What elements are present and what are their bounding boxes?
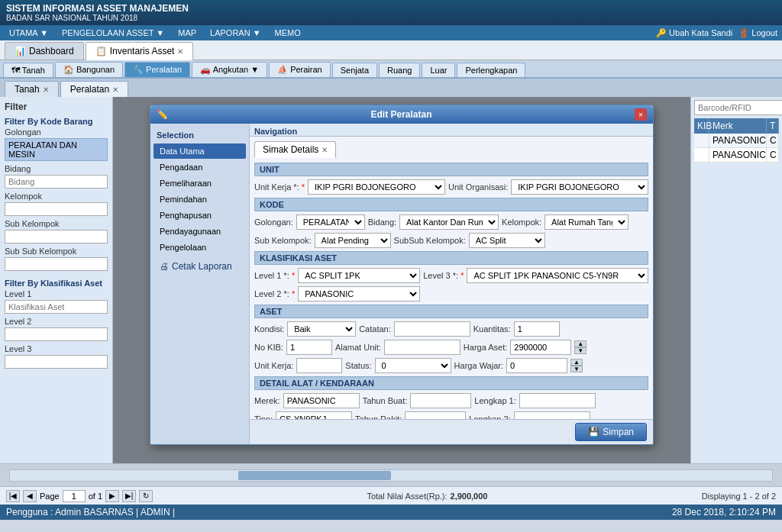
catatan-input[interactable]	[394, 321, 470, 337]
harga-aset-down[interactable]: ▼	[574, 347, 586, 354]
bottom-scrollbar	[0, 463, 782, 486]
filter-klasifikasi-title: Filter By Klasifikasi Aset	[5, 279, 108, 288]
save-button[interactable]: 💾 Simpan	[575, 423, 647, 441]
bidang-input[interactable]	[5, 175, 108, 189]
section-kode: KODE	[254, 198, 648, 211]
sub-kelompok-input[interactable]	[5, 230, 108, 243]
aset-row3: Unit Kerja: Status: 0 Harga Wajar: ▲	[254, 358, 648, 373]
sub-sub-kelompok-input[interactable]	[5, 257, 108, 271]
harga-wajar-spinner[interactable]: ▲ ▼	[570, 359, 583, 372]
level3-select[interactable]: AC SPLIT 1PK PANASONIC C5-YN9R	[467, 268, 648, 283]
tahun-rakit-label: Tahun Rakit:	[355, 414, 402, 419]
status-select[interactable]: 0	[375, 358, 451, 373]
inner-tab-simak[interactable]: Simak Details ✕	[254, 141, 336, 158]
alamat-unit-input[interactable]	[384, 340, 460, 355]
search-input[interactable]	[694, 100, 782, 115]
tahun-rakit-input[interactable]	[405, 411, 466, 419]
tab-inventaris[interactable]: 📋 Inventaris Asset ✕	[86, 42, 194, 60]
bidang-label: Bidang	[5, 164, 108, 173]
page-tab-tanah[interactable]: Tanah ✕	[5, 81, 59, 97]
menu-memo[interactable]: MEMO	[270, 27, 305, 39]
asset-tab-senjata[interactable]: Senjata	[332, 63, 377, 77]
tipe-input[interactable]	[276, 411, 352, 419]
lengkap1-input[interactable]	[519, 393, 596, 408]
tahun-buat-input[interactable]	[410, 393, 471, 408]
tab-dashboard[interactable]: 📊 Dashboard	[5, 42, 84, 60]
refresh-btn[interactable]: ↻	[139, 490, 153, 502]
nav-item-penghapusan[interactable]: Penghapusan	[153, 208, 246, 223]
harga-aset-input[interactable]	[510, 340, 571, 355]
next-page-btn[interactable]: ▶	[105, 490, 119, 502]
catatan-label: Catatan:	[359, 324, 391, 334]
modal-close-btn[interactable]: ×	[635, 108, 647, 121]
close-inner-tab[interactable]: ✕	[322, 146, 328, 154]
asset-tab-perairan[interactable]: ⛵ Perairan	[269, 62, 331, 77]
page-tab-peralatan[interactable]: Peralatan ✕	[60, 81, 128, 97]
nav-item-pendayagunaan[interactable]: Pendayagunaan	[153, 224, 246, 239]
total-value-bar: Total Nilai Asset(Rp.): 2,900,000	[367, 492, 487, 501]
first-page-btn[interactable]: |◀	[6, 490, 20, 502]
logout-btn[interactable]: 🚪 Logout	[738, 28, 777, 38]
kondisi-select[interactable]: Baik	[287, 321, 356, 337]
level1-select[interactable]: AC SPLIT 1PK	[298, 268, 420, 283]
asset-tab-peralatan[interactable]: 🔧 Peralatan	[124, 62, 190, 77]
nav-item-pengadaan[interactable]: Pengadaan	[153, 160, 246, 175]
asset-tab-tanah[interactable]: 🗺 Tanah	[3, 63, 53, 77]
nav-item-data-utama[interactable]: Data Utama	[153, 143, 246, 159]
level2-input[interactable]	[5, 327, 108, 341]
close-peralatan-tab[interactable]: ✕	[112, 85, 118, 94]
kuantitas-label: Kuantitas:	[473, 324, 511, 334]
sub-sub-form-label: SubSub Kelompok:	[394, 236, 466, 245]
level2-select[interactable]: PANASONIC	[298, 286, 420, 301]
asset-tab-bangunan[interactable]: 🏠 Bangunan	[55, 62, 123, 77]
print-icon: 🖨	[160, 261, 169, 272]
asset-tab-luar[interactable]: Luar	[422, 63, 455, 77]
content-area: ✏️ Edit Peralatan × Selection Data Utama…	[113, 97, 690, 463]
harga-wajar-input[interactable]	[506, 358, 567, 373]
level3-input[interactable]	[5, 355, 108, 369]
level1-input[interactable]	[5, 300, 108, 314]
unit-kerja2-input[interactable]	[296, 358, 342, 373]
table-row[interactable]: PANASONIC C	[694, 134, 779, 148]
prev-page-btn[interactable]: ◀	[23, 490, 37, 502]
asset-tab-perlengkapan[interactable]: Perlengkapan	[457, 63, 525, 77]
bidang-select[interactable]: Alat Kantor Dan Rumah	[399, 214, 499, 230]
lengkap2-input[interactable]	[514, 411, 590, 419]
harga-aset-up[interactable]: ▲	[574, 340, 586, 347]
modal-header: ✏️ Edit Peralatan ×	[150, 105, 653, 124]
kuantitas-input[interactable]	[514, 321, 560, 337]
last-page-btn[interactable]: ▶|	[122, 490, 136, 502]
close-tanah-tab[interactable]: ✕	[43, 85, 49, 94]
kelompok-input[interactable]	[5, 202, 108, 216]
menu-map[interactable]: MAP	[173, 27, 201, 39]
unit-kerja-select[interactable]: IKIP PGRI BOJONEGORO	[308, 179, 445, 195]
close-inventaris-tab[interactable]: ✕	[177, 47, 183, 56]
filter-sidebar: Filter Filter By Kode Barang Golongan PE…	[0, 97, 113, 463]
nav-print-btn[interactable]: 🖨 Cetak Laporan	[153, 258, 246, 275]
inner-tabs: Simak Details ✕	[254, 141, 648, 158]
harga-wajar-down[interactable]: ▼	[570, 366, 583, 372]
unit-org-select[interactable]: IKIP PGRI BOJONEGORO	[511, 179, 648, 195]
nav-item-pemeliharaan[interactable]: Pemeliharaan	[153, 176, 246, 191]
menu-utama[interactable]: UTAMA ▼	[5, 27, 53, 39]
kelompok-select[interactable]: Alat Rumah Tangga	[544, 214, 629, 230]
harga-wajar-up[interactable]: ▲	[570, 359, 583, 366]
nav-item-pemindahan[interactable]: Pemindahan	[153, 192, 246, 207]
scroll-thumb[interactable]	[238, 471, 391, 480]
horizontal-scrollbar[interactable]	[9, 469, 773, 482]
page-input[interactable]	[63, 490, 86, 502]
menu-pengelolaan[interactable]: PENGELOLAAN ASSET ▼	[57, 27, 169, 39]
merek-input[interactable]	[283, 393, 360, 408]
ubah-kata-sandi-btn[interactable]: 🔑 Ubah Kata Sandi	[656, 28, 732, 38]
sub-sub-select[interactable]: AC Split	[469, 233, 545, 248]
save-icon: 💾	[588, 427, 599, 437]
sub-kelompok-select[interactable]: Alat Pending	[315, 233, 391, 248]
menu-laporan[interactable]: LAPORAN ▼	[205, 27, 266, 39]
asset-tab-ruang[interactable]: Ruang	[379, 63, 420, 77]
harga-aset-spinner[interactable]: ▲ ▼	[574, 340, 586, 354]
table-row[interactable]: PANASONIC C	[694, 148, 779, 163]
nav-item-pengelolaan[interactable]: Pengelolaan	[153, 240, 246, 255]
asset-tab-angkutan[interactable]: 🚗 Angkutan ▼	[192, 62, 267, 77]
no-kib-input[interactable]	[286, 340, 332, 355]
golongan-select[interactable]: PERALATAN	[296, 214, 365, 230]
